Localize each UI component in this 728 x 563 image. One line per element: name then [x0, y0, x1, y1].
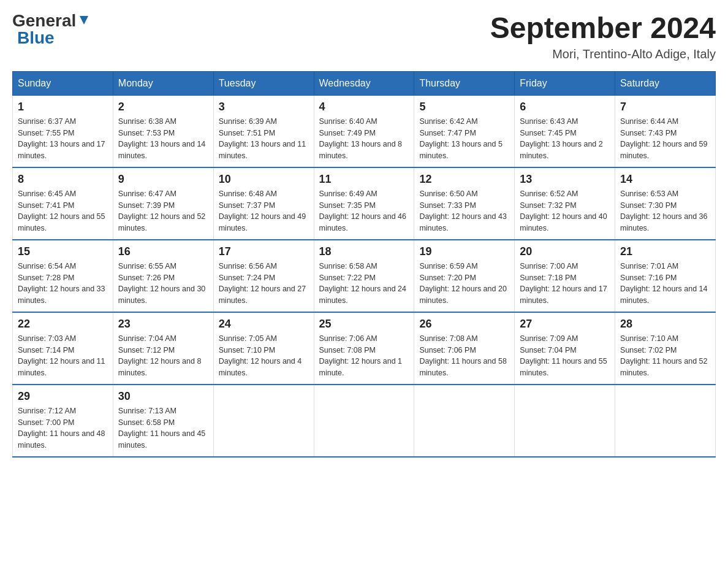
day-number: 15 — [18, 245, 108, 258]
table-row: 30 Sunrise: 7:13 AM Sunset: 6:58 PM Dayl… — [113, 385, 213, 457]
title-section: September 2024 Mori, Trentino-Alto Adige… — [490, 12, 716, 61]
day-number: 8 — [18, 173, 108, 186]
day-info: Sunrise: 6:55 AM Sunset: 7:26 PM Dayligh… — [118, 261, 208, 307]
page-header: General Blue September 2024 Mori, Trenti… — [12, 12, 716, 61]
day-number: 19 — [419, 245, 509, 258]
col-friday: Friday — [515, 71, 615, 95]
table-row: 25 Sunrise: 7:06 AM Sunset: 7:08 PM Dayl… — [314, 312, 414, 385]
day-number: 21 — [620, 245, 710, 258]
day-info: Sunrise: 6:45 AM Sunset: 7:41 PM Dayligh… — [18, 188, 108, 234]
day-info: Sunrise: 6:49 AM Sunset: 7:35 PM Dayligh… — [319, 188, 409, 234]
day-info: Sunrise: 7:04 AM Sunset: 7:12 PM Dayligh… — [118, 333, 208, 379]
day-info: Sunrise: 6:48 AM Sunset: 7:37 PM Dayligh… — [219, 188, 309, 234]
svg-marker-0 — [80, 16, 88, 25]
day-info: Sunrise: 6:47 AM Sunset: 7:39 PM Dayligh… — [118, 188, 208, 234]
calendar-row: 22 Sunrise: 7:03 AM Sunset: 7:14 PM Dayl… — [13, 312, 716, 385]
calendar-row: 8 Sunrise: 6:45 AM Sunset: 7:41 PM Dayli… — [13, 167, 716, 240]
table-row: 11 Sunrise: 6:49 AM Sunset: 7:35 PM Dayl… — [314, 167, 414, 240]
day-number: 27 — [520, 318, 610, 331]
table-row: 12 Sunrise: 6:50 AM Sunset: 7:33 PM Dayl… — [414, 167, 515, 240]
day-number: 22 — [18, 318, 108, 331]
day-number: 12 — [419, 173, 509, 186]
table-row: 23 Sunrise: 7:04 AM Sunset: 7:12 PM Dayl… — [113, 312, 213, 385]
day-info: Sunrise: 7:12 AM Sunset: 7:00 PM Dayligh… — [18, 405, 108, 451]
col-saturday: Saturday — [615, 71, 716, 95]
day-info: Sunrise: 6:37 AM Sunset: 7:55 PM Dayligh… — [18, 116, 108, 162]
day-number: 9 — [118, 173, 208, 186]
day-number: 24 — [219, 318, 309, 331]
logo-general-text: General — [12, 12, 76, 29]
day-info: Sunrise: 6:44 AM Sunset: 7:43 PM Dayligh… — [620, 116, 710, 162]
day-info: Sunrise: 7:01 AM Sunset: 7:16 PM Dayligh… — [620, 261, 710, 307]
table-row: 5 Sunrise: 6:42 AM Sunset: 7:47 PM Dayli… — [414, 95, 515, 167]
table-row: 2 Sunrise: 6:38 AM Sunset: 7:53 PM Dayli… — [113, 95, 213, 167]
table-row — [213, 385, 314, 457]
table-row: 7 Sunrise: 6:44 AM Sunset: 7:43 PM Dayli… — [615, 95, 716, 167]
logo-blue-text: Blue — [17, 29, 55, 47]
table-row: 13 Sunrise: 6:52 AM Sunset: 7:32 PM Dayl… — [515, 167, 615, 240]
day-number: 5 — [419, 101, 509, 113]
day-info: Sunrise: 7:03 AM Sunset: 7:14 PM Dayligh… — [18, 333, 108, 379]
logo-triangle-icon — [77, 13, 91, 27]
day-info: Sunrise: 7:06 AM Sunset: 7:08 PM Dayligh… — [319, 333, 409, 379]
table-row: 19 Sunrise: 6:59 AM Sunset: 7:20 PM Dayl… — [414, 240, 515, 312]
table-row: 1 Sunrise: 6:37 AM Sunset: 7:55 PM Dayli… — [13, 95, 113, 167]
day-number: 25 — [319, 318, 409, 331]
table-row: 10 Sunrise: 6:48 AM Sunset: 7:37 PM Dayl… — [213, 167, 314, 240]
day-info: Sunrise: 7:13 AM Sunset: 6:58 PM Dayligh… — [118, 405, 208, 451]
day-number: 1 — [18, 101, 108, 113]
day-number: 3 — [219, 101, 309, 113]
col-wednesday: Wednesday — [314, 71, 414, 95]
day-info: Sunrise: 7:05 AM Sunset: 7:10 PM Dayligh… — [219, 333, 309, 379]
day-info: Sunrise: 6:40 AM Sunset: 7:49 PM Dayligh… — [319, 116, 409, 162]
table-row: 24 Sunrise: 7:05 AM Sunset: 7:10 PM Dayl… — [213, 312, 314, 385]
day-info: Sunrise: 6:38 AM Sunset: 7:53 PM Dayligh… — [118, 116, 208, 162]
table-row: 18 Sunrise: 6:58 AM Sunset: 7:22 PM Dayl… — [314, 240, 414, 312]
calendar-table: Sunday Monday Tuesday Wednesday Thursday… — [12, 71, 716, 458]
day-number: 23 — [118, 318, 208, 331]
table-row: 6 Sunrise: 6:43 AM Sunset: 7:45 PM Dayli… — [515, 95, 615, 167]
day-number: 4 — [319, 101, 409, 113]
table-row: 9 Sunrise: 6:47 AM Sunset: 7:39 PM Dayli… — [113, 167, 213, 240]
col-thursday: Thursday — [414, 71, 515, 95]
table-row: 27 Sunrise: 7:09 AM Sunset: 7:04 PM Dayl… — [515, 312, 615, 385]
location-title: Mori, Trentino-Alto Adige, Italy — [490, 47, 716, 61]
col-tuesday: Tuesday — [213, 71, 314, 95]
day-info: Sunrise: 6:56 AM Sunset: 7:24 PM Dayligh… — [219, 261, 309, 307]
day-info: Sunrise: 6:54 AM Sunset: 7:28 PM Dayligh… — [18, 261, 108, 307]
day-info: Sunrise: 6:43 AM Sunset: 7:45 PM Dayligh… — [520, 116, 610, 162]
day-number: 28 — [620, 318, 710, 331]
day-number: 16 — [118, 245, 208, 258]
table-row — [314, 385, 414, 457]
day-number: 2 — [118, 101, 208, 113]
day-number: 29 — [18, 390, 108, 403]
table-row: 17 Sunrise: 6:56 AM Sunset: 7:24 PM Dayl… — [213, 240, 314, 312]
table-row: 26 Sunrise: 7:08 AM Sunset: 7:06 PM Dayl… — [414, 312, 515, 385]
table-row: 8 Sunrise: 6:45 AM Sunset: 7:41 PM Dayli… — [13, 167, 113, 240]
day-info: Sunrise: 7:09 AM Sunset: 7:04 PM Dayligh… — [520, 333, 610, 379]
day-number: 13 — [520, 173, 610, 186]
day-number: 6 — [520, 101, 610, 113]
day-number: 26 — [419, 318, 509, 331]
table-row: 21 Sunrise: 7:01 AM Sunset: 7:16 PM Dayl… — [615, 240, 716, 312]
day-info: Sunrise: 7:10 AM Sunset: 7:02 PM Dayligh… — [620, 333, 710, 379]
table-row: 4 Sunrise: 6:40 AM Sunset: 7:49 PM Dayli… — [314, 95, 414, 167]
table-row — [414, 385, 515, 457]
table-row: 28 Sunrise: 7:10 AM Sunset: 7:02 PM Dayl… — [615, 312, 716, 385]
day-number: 14 — [620, 173, 710, 186]
table-row: 3 Sunrise: 6:39 AM Sunset: 7:51 PM Dayli… — [213, 95, 314, 167]
table-row: 14 Sunrise: 6:53 AM Sunset: 7:30 PM Dayl… — [615, 167, 716, 240]
day-number: 18 — [319, 245, 409, 258]
day-number: 7 — [620, 101, 710, 113]
table-row: 15 Sunrise: 6:54 AM Sunset: 7:28 PM Dayl… — [13, 240, 113, 312]
day-info: Sunrise: 6:52 AM Sunset: 7:32 PM Dayligh… — [520, 188, 610, 234]
day-number: 11 — [319, 173, 409, 186]
table-row — [615, 385, 716, 457]
day-info: Sunrise: 6:58 AM Sunset: 7:22 PM Dayligh… — [319, 261, 409, 307]
day-info: Sunrise: 7:00 AM Sunset: 7:18 PM Dayligh… — [520, 261, 610, 307]
table-row: 20 Sunrise: 7:00 AM Sunset: 7:18 PM Dayl… — [515, 240, 615, 312]
day-info: Sunrise: 7:08 AM Sunset: 7:06 PM Dayligh… — [419, 333, 509, 379]
logo: General Blue — [12, 12, 91, 47]
day-number: 10 — [219, 173, 309, 186]
calendar-header-row: Sunday Monday Tuesday Wednesday Thursday… — [13, 71, 716, 95]
